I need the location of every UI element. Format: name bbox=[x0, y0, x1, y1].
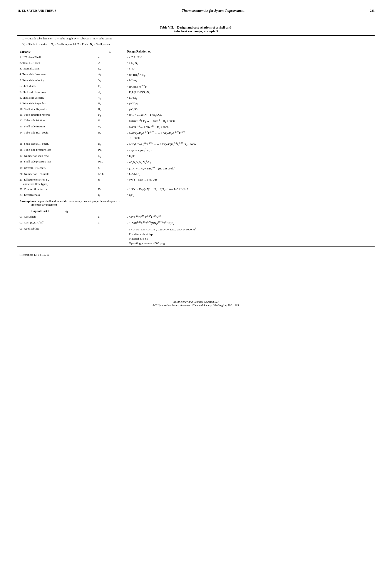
table-row: 18. Shell side pressure loss PLe = 4FeNe… bbox=[18, 159, 374, 165]
table-row: 14. Tube side H.T. coeft. Hi = 0.023(k/D… bbox=[18, 130, 374, 141]
row-20-variable: 20. Number of H.T. units bbox=[18, 171, 96, 177]
header-chapter: 11. EL-SAYED AND TRIBUS bbox=[18, 9, 56, 13]
row-3-xi: Di bbox=[96, 66, 124, 72]
row-17-xi: Nr bbox=[96, 153, 124, 159]
row-5-variable: 5. Tube side velocity bbox=[18, 78, 96, 83]
table-row: 12. Tube side friction Fi = 0.046Ri-.2+ … bbox=[18, 118, 374, 124]
table-row: 15. Shell side H.T. coeft. He = 0.26(k/D… bbox=[18, 141, 374, 147]
row-18-xi: PLe bbox=[96, 159, 124, 165]
column-headers: Variable xi Design Relation φi bbox=[18, 48, 374, 55]
cost-row-03: 03. Applicability . 3'<L<30', 3/8''<D<1.… bbox=[18, 226, 374, 246]
row-1-xi: a bbox=[96, 55, 124, 60]
cost-03-xi bbox=[96, 226, 124, 246]
row-18-design: = 4FeNeNsNe Ve2/2g bbox=[125, 159, 374, 165]
cost-row-02: 02. Cost (D,L,P,{N}) z = 1150D1.05L0.3P0… bbox=[18, 220, 374, 226]
row-8-xi: Ve bbox=[96, 95, 124, 101]
table-row: 6. Shell diam. Ds = ((4/π)N Ni)0.5p bbox=[18, 83, 374, 90]
table-row: 4. Tube side flow area Ai = (π/4)Di2 N N… bbox=[18, 72, 374, 78]
row-8-design: = M/ρAe bbox=[125, 95, 374, 101]
row-10-design: = ρVeD/μ bbox=[125, 107, 374, 112]
row-4-xi: Ai bbox=[96, 72, 124, 78]
row-13-variable: 13. Shell side friction bbox=[18, 124, 96, 130]
row-17-design: = Ds/P bbox=[125, 153, 374, 159]
row-20-design: = UA/M cp bbox=[125, 171, 374, 177]
assumptions-text: Assumptions: equal shell and tube side m… bbox=[18, 198, 374, 208]
row-10-xi: Re bbox=[96, 107, 124, 112]
table-row: 9. Tube side Reynolds Ri = ρViDi/μ bbox=[18, 101, 374, 107]
cost-01-xi: z' bbox=[96, 214, 124, 220]
cost-02-variable: 02. Cost (D,L,P,{N}) bbox=[18, 220, 96, 226]
row-21-design: ≈ 0.6(1 - Exp(-1.5 NTU)) bbox=[125, 177, 374, 187]
table-title: Table VII. Design and cost relations of … bbox=[18, 26, 374, 33]
capital-cost-header-row: Capital Cost $ φ0 bbox=[18, 208, 374, 214]
row-5-design: = M/ρAi bbox=[125, 78, 374, 83]
row-7-variable: 7. Shell side flow area bbox=[18, 90, 96, 95]
table-row: 8. Shell side velocity Ve = M/ρAe bbox=[18, 95, 374, 101]
row-1-design: = π D L N Ni bbox=[125, 55, 374, 60]
table-row: 7. Shell side flow area Ae = DsL(1-D/P)N… bbox=[18, 90, 374, 95]
row-22-xi: FC bbox=[96, 187, 124, 192]
table-row: 1. H.T. Area/Shell a = π D L N Ni bbox=[18, 55, 374, 60]
table-row: 17. Number of shell rows Nr = Ds/P bbox=[18, 153, 374, 159]
footer-line1: In Efficiency and Costing; Gaggioli, R.; bbox=[18, 300, 374, 304]
row-2-variable: 2. Total H.T. area bbox=[18, 60, 96, 66]
applicability-line-2: . Fixed tube sheet type bbox=[127, 232, 372, 236]
row-15-variable: 15. Shell side H.T. coeft. bbox=[18, 141, 96, 147]
header-page-number: 233 bbox=[370, 9, 374, 13]
row-19-variable: 19. Overall H.T. coeft. bbox=[18, 165, 96, 171]
row-23-design: = η'FC bbox=[125, 192, 374, 198]
row-2-xi: A bbox=[96, 60, 124, 66]
row-16-variable: 16. Tube side pressure loss bbox=[18, 147, 96, 153]
table-row: 3. Internal Diam. Di = c1 D bbox=[18, 66, 374, 72]
cost-row-01: 01. Cost/shell z' = 527A0.6D0.75 D0.45L-… bbox=[18, 214, 374, 220]
row-13-design: = 0.66R-.15 or 1.5Re-.16 Ri < 2000 bbox=[125, 124, 374, 130]
applicability-line-1: . 3'<L<30', 3/8''<D<1.5'', 1.25D<P<1.5D,… bbox=[127, 227, 372, 232]
capital-cost-header: Capital Cost $ φ0 bbox=[18, 208, 374, 214]
row-12-design: = 0.046Ri-.2+ Fd or = 16Ri-1 Ri < 3000 bbox=[125, 118, 374, 124]
row-6-variable: 6. Shell diam. bbox=[18, 83, 96, 90]
row-6-design: = ((4/π)N Ni)0.5p bbox=[125, 83, 374, 90]
row-2-design: = a Ns Np bbox=[125, 60, 374, 66]
row-19-design: = (1/Hi + 1/He + 1/Hd)-1 (Hd dirt coeft.… bbox=[125, 165, 374, 171]
row-4-design: = (π/4)Di2 N Np bbox=[125, 72, 374, 78]
row-15-xi: He bbox=[96, 141, 124, 147]
page-header: 11. EL-SAYED AND TRIBUS Thermoeconomics … bbox=[18, 9, 374, 13]
table-row: 11. Tube direction reverse Fd = (0.1 + 0… bbox=[18, 112, 374, 118]
col-header-design: Design Relation φi bbox=[125, 48, 374, 55]
references-text: (References 13, 14, 15, 16) bbox=[20, 253, 50, 256]
row-21-variable: 21. Effectiveness (for 1-2 and cross flo… bbox=[18, 177, 96, 187]
row-11-design: = (0.1 + 0.125(Ni - 1)/Ni)Di/L bbox=[125, 112, 374, 118]
cost-03-variable: 03. Applicability bbox=[18, 226, 96, 246]
row-3-design: = c1 D bbox=[125, 66, 374, 72]
row-4-variable: 4. Tube side flow area bbox=[18, 72, 96, 78]
table-title-line2: tube heat exchanger, example 3 bbox=[18, 30, 374, 33]
row-9-variable: 9. Tube side Reynolds bbox=[18, 101, 96, 107]
row-22-design: = 1.58(1 - Exp(-.5(1 + Ns + I(Ne - 1))))… bbox=[125, 187, 374, 192]
row-23-xi: η bbox=[96, 192, 124, 198]
table-row: 20. Number of H.T. units NTU = UA/M cp bbox=[18, 171, 374, 177]
cost-03-design: . 3'<L<30', 3/8''<D<1.5'', 1.25D<P<1.5D,… bbox=[125, 226, 374, 246]
bottom-border-row bbox=[18, 246, 374, 246]
cost-01-variable: 01. Cost/shell bbox=[18, 214, 96, 220]
cost-02-xi: z bbox=[96, 220, 124, 226]
cost-01-design: = 527A0.6D0.75 D0.45L-0.3N0.1 bbox=[125, 214, 374, 220]
footer-line2: ACS Symposium Series; American Chemical … bbox=[18, 304, 374, 307]
table-row: 22. Counter flow factor FC = 1.58(1 - Ex… bbox=[18, 187, 374, 192]
row-10-variable: 10. Shell side Reynolds bbox=[18, 107, 96, 112]
row-19-xi: U bbox=[96, 165, 124, 171]
row-5-xi: Vi bbox=[96, 78, 124, 83]
table-row: 10. Shell side Reynolds Re = ρVeD/μ bbox=[18, 107, 374, 112]
row-16-xi: PLi bbox=[96, 147, 124, 153]
row-17-variable: 17. Number of shell rows bbox=[18, 153, 96, 159]
row-12-xi: Fi bbox=[96, 118, 124, 124]
header-title: Thermoeconomics for System Improvement bbox=[56, 9, 370, 13]
row-18-variable: 18. Shell side pressure loss bbox=[18, 159, 96, 165]
row-21-xi: η' bbox=[96, 177, 124, 187]
table-bottom-border bbox=[18, 246, 374, 246]
col-header-xi: xi bbox=[96, 48, 124, 55]
row-23-variable: 23. Effectiveness bbox=[18, 192, 96, 198]
page-footer: In Efficiency and Costing; Gaggioli, R.;… bbox=[18, 300, 374, 307]
table-row: 21. Effectiveness (for 1-2 and cross flo… bbox=[18, 177, 374, 187]
row-11-variable: 11. Tube direction reverse bbox=[18, 112, 96, 118]
table-row: 19. Overall H.T. coeft. U = (1/Hi + 1/He… bbox=[18, 165, 374, 171]
